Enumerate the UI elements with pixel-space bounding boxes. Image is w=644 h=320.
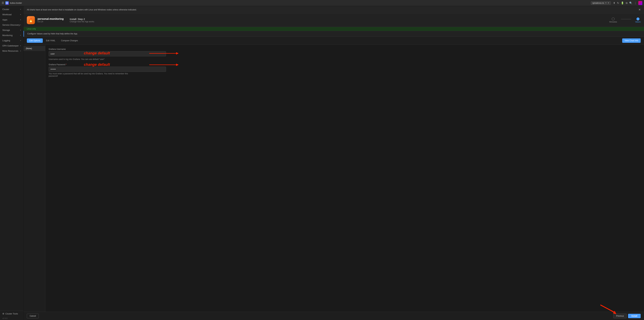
step-title: Install: Step 2 [70,18,94,21]
app-info: personal-monitoring 0.0.14 [38,18,64,23]
namespace-selector[interactable]: spisakova-ns ✕ ▼ [591,1,611,5]
app-version-label: 0.0.14 [38,21,64,23]
chevron-down-icon: ▾ [20,29,21,31]
cluster-tools-button[interactable]: ⚙ Cluster Tools [2,312,21,315]
cancel-button[interactable]: Cancel [27,314,39,318]
sidebar-item-workload[interactable]: Workload ▾ [0,12,23,17]
tab-edit-options[interactable]: Edit Options [27,39,43,43]
form-main: Grafana Username Username used to log in… [45,45,644,312]
sidebar-item-service-discovery[interactable]: Service Discovery ▾ [0,22,23,28]
titlebar-title: kuba-cluster [10,2,22,4]
tab-bar: Edit Options Edit YAML Compare Changes V… [24,37,644,45]
sidebar: Cluster ▾ Workload ▾ Apps ▾ Service Disc… [0,6,24,320]
footer-bar: Cancel Previous Install [24,312,644,320]
battery-icon: 🔋 [621,2,624,5]
view-chart-info-button[interactable]: View Chart Info [622,39,641,43]
previous-button[interactable]: Previous [613,314,627,318]
chevron-down-icon: ▾ [20,14,21,16]
chevron-down-icon: ▾ [20,9,21,10]
sidebar-item-logging[interactable]: Logging ▾ [0,38,23,43]
metadata-circle [612,18,615,21]
sidebar-item-apps[interactable]: Apps ▾ [0,17,23,22]
annotation-arrow-2 [176,64,178,66]
form-area: (None) Grafana Username Username used to… [24,45,644,312]
chevron-down-icon: ▾ [20,40,21,42]
username-label: Grafana Username [49,48,166,50]
more-options-icon[interactable]: ⋮ [634,2,636,5]
user-avatar[interactable] [638,1,642,5]
password-hint: You must enter a password that will be u… [49,73,132,77]
sidebar-footer: ⚙ Cluster Tools [0,310,23,317]
sidebar-nav: Cluster ▾ Workload ▾ Apps ▾ Service Disc… [0,6,23,310]
content-area: All charts have at least one version tha… [24,6,644,320]
annotation-arrow-1 [176,52,178,55]
copy-icon[interactable]: ⧉ [626,2,628,5]
form-sidebar-none[interactable]: (None) [24,46,45,51]
chevron-down-icon: ▾ [20,19,21,21]
upload-icon[interactable]: ⬆ [613,2,615,5]
namespace-label: spisakova-ns [592,2,604,4]
username-group: Grafana Username Username used to log in… [49,48,166,60]
info-banner: All charts have at least one version tha… [24,6,644,14]
form-sidebar: (None) [24,45,45,312]
search-icon[interactable]: 🔍 [629,2,632,5]
step-connector [621,19,631,19]
main-layout: Cluster ▾ Workload ▾ Apps ▾ Service Disc… [0,6,644,320]
app-icon [5,1,9,5]
password-input[interactable] [49,67,166,72]
metadata-step[interactable]: Metadata [609,18,617,23]
app-header: 🔥 personal-monitoring 0.0.14 Install: St… [24,14,644,27]
namespace-chevron-icon[interactable]: ▼ [608,2,609,4]
step-subtitle: Change how the App works [70,21,94,23]
chevron-down-icon: ▾ [20,34,21,36]
banner-close-button[interactable]: ✕ [638,8,641,11]
values-circle [636,18,640,21]
tab-edit-yaml[interactable]: Edit YAML [44,39,58,43]
sidebar-item-storage[interactable]: Storage ▾ [0,28,23,33]
linux-only-badge: Linux only [24,27,644,31]
username-hint: Username used to log into Grafana. You c… [49,58,105,60]
chevron-down-icon: ▾ [20,24,21,26]
refresh-icon[interactable]: ↻ [617,2,619,5]
menu-icon[interactable]: ☰ [2,1,4,5]
step-info: Install: Step 2 Change how the App works [70,18,94,23]
app-version: v2.6.9 [0,317,23,320]
sidebar-item-cluster[interactable]: Cluster ▾ [0,7,23,12]
password-group: Grafana Password * You must enter a pass… [49,64,166,77]
username-input[interactable] [49,51,166,56]
settings-icon: ⚙ [2,312,4,315]
titlebar-actions: ⬆ ↻ 🔋 ⧉ 🔍 ⋮ [613,1,642,5]
chevron-down-icon: ▾ [20,45,21,47]
install-button[interactable]: Install [628,314,641,318]
footer-actions: Previous Install [39,314,641,318]
titlebar: ☰ kuba-cluster spisakova-ns ✕ ▼ ⬆ ↻ 🔋 ⧉ … [0,0,644,6]
values-step[interactable]: Values [635,18,641,23]
metadata-label: Metadata [609,21,617,23]
configure-banner: Configure Values used by Helm that help … [24,31,644,37]
tab-compare-changes[interactable]: Compare Changes [58,39,80,43]
banner-text: All charts have at least one version tha… [27,9,137,11]
required-marker: * [66,64,67,66]
values-label: Values [635,21,641,23]
password-label: Grafana Password * [49,64,166,66]
sidebar-item-opa-gatekeeper[interactable]: OPA Gatekeeper ▾ [0,43,23,48]
namespace-close-icon[interactable]: ✕ [605,2,606,4]
chevron-down-icon: ▾ [20,50,21,52]
sidebar-item-monitoring[interactable]: Monitoring ▾ [0,33,23,38]
app-name: personal-monitoring [38,18,64,21]
sidebar-item-more-resources[interactable]: More Resources ▾ [0,48,23,54]
app-logo: 🔥 [27,16,35,24]
